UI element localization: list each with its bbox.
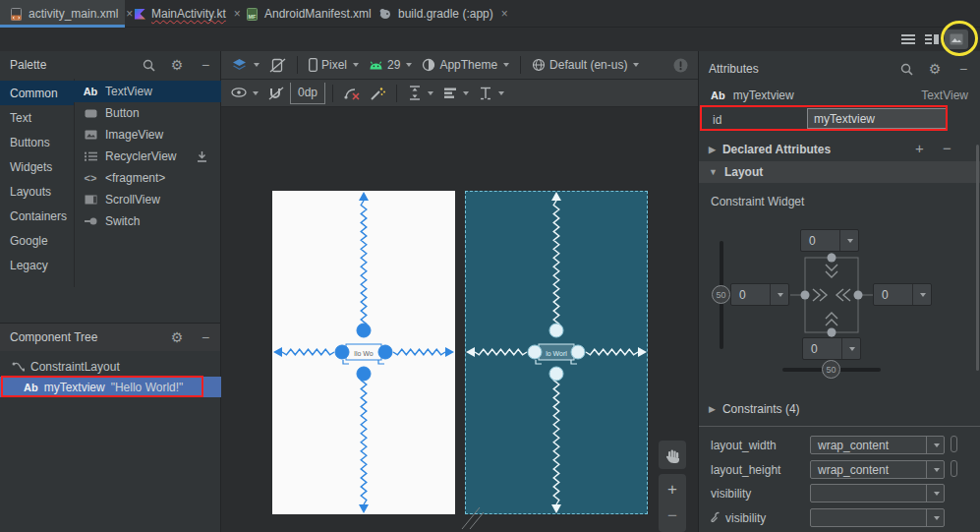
margin-bottom-combo[interactable]: 0 — [802, 337, 861, 360]
minimize-icon[interactable]: − — [195, 326, 216, 348]
add-attribute-button[interactable]: + — [915, 140, 924, 156]
guidelines-button[interactable] — [475, 83, 508, 104]
palette-item-recyclerview[interactable]: RecyclerView — [74, 146, 221, 167]
palette-item-switch[interactable]: Switch — [74, 210, 221, 232]
chevron-down-icon — [254, 63, 259, 67]
visibility-combo[interactable] — [810, 484, 945, 502]
palette-category-buttons[interactable]: Buttons — [0, 130, 74, 154]
layers-button[interactable] — [227, 54, 263, 76]
orientation-button[interactable] — [265, 54, 290, 76]
gear-icon[interactable]: ⚙ — [166, 326, 188, 348]
tab-androidmanifest-xml[interactable]: MF AndroidManifest.xml × — [236, 0, 369, 28]
panel-scrollbar[interactable] — [976, 145, 979, 371]
chevron-down-icon — [503, 63, 509, 67]
zoom-in-button[interactable]: + — [667, 480, 677, 500]
chevron-down-icon — [253, 91, 259, 95]
palette-category-text[interactable]: Text — [0, 105, 74, 130]
pan-button[interactable] — [659, 441, 686, 469]
palette-category-google[interactable]: Google — [0, 228, 74, 253]
default-margin-field[interactable]: 0dp — [290, 83, 325, 104]
id-input[interactable]: myTextview — [807, 108, 947, 129]
textview-widget[interactable] — [344, 342, 383, 361]
palette-item-scrollview[interactable]: ScrollView — [74, 189, 221, 210]
resize-handle[interactable] — [460, 505, 490, 531]
minimize-icon[interactable]: − — [195, 54, 216, 76]
search-icon[interactable] — [895, 58, 917, 80]
palette-item-imageview[interactable]: ImageView — [74, 124, 221, 146]
minimize-icon[interactable]: − — [952, 58, 974, 80]
chevron-down-icon — [847, 239, 853, 243]
section-layout-band[interactable]: ▼ Layout — [699, 161, 980, 183]
margin-top-combo[interactable]: 0 — [800, 229, 859, 252]
margin-left-value: 0 — [731, 288, 770, 302]
height-flag-icon[interactable] — [951, 460, 957, 477]
blueprint-preview-phone[interactable]: lo Worl — [465, 191, 648, 514]
tools-visibility-combo[interactable] — [810, 508, 945, 527]
palette-category-containers[interactable]: Containers — [0, 204, 74, 228]
toolbar-separator — [297, 56, 298, 74]
palette-item-fragment[interactable]: <> <fragment> — [74, 167, 221, 189]
close-icon[interactable]: × — [501, 7, 508, 21]
chevron-down-icon — [934, 468, 940, 472]
autoconnect-toggle[interactable] — [264, 83, 288, 104]
section-label: Declared Attributes — [722, 143, 831, 156]
design-toolbar-secondary: 0dp — [221, 80, 698, 107]
palette-category-layouts[interactable]: Layouts — [0, 179, 74, 204]
margin-left-combo[interactable]: 0 — [730, 283, 789, 306]
clear-constraints-button[interactable] — [340, 83, 364, 104]
design-toolbar-primary: Pixel 29 AppTheme Default (en-us) — [221, 51, 698, 80]
scrollview-icon — [83, 195, 98, 205]
chevron-right-icon: ▶ — [709, 404, 716, 414]
layout-width-combo[interactable]: wrap_content — [810, 436, 945, 454]
manifest-file-icon: MF — [246, 8, 259, 21]
code-view-button[interactable] — [896, 30, 920, 49]
api-selector[interactable]: 29 — [365, 54, 416, 76]
download-icon[interactable] — [197, 151, 207, 162]
palette-item-textview[interactable]: Ab TextView — [74, 81, 221, 102]
tab-activity-main-xml[interactable]: activity_main.xml × — [0, 0, 125, 28]
vertical-bias-knob[interactable]: 50 — [712, 285, 730, 304]
view-options-button[interactable] — [227, 83, 262, 104]
width-flag-icon[interactable] — [951, 436, 957, 452]
horizontal-bias-knob[interactable]: 50 — [822, 360, 840, 379]
tab-mainactivity-kt[interactable]: MainActivity.kt × — [125, 0, 236, 28]
gear-icon[interactable]: ⚙ — [924, 58, 946, 80]
palette-item-button[interactable]: Button — [74, 102, 221, 124]
gradle-icon — [378, 8, 392, 20]
layout-width-label: layout_width — [711, 439, 777, 452]
split-view-button[interactable] — [920, 30, 944, 49]
tab-build-gradle[interactable]: build.gradle (:app) × — [369, 0, 503, 28]
tree-item-text: "Hello World!" — [111, 381, 184, 394]
locale-selector[interactable]: Default (en-us) — [528, 54, 643, 76]
chevron-down-icon — [463, 91, 469, 95]
toolbar-separator — [332, 85, 333, 102]
section-constraints[interactable]: ▶ Constraints (4) — [709, 402, 800, 416]
palette-item-label: Switch — [105, 214, 140, 228]
palette-category-widgets[interactable]: Widgets — [0, 154, 74, 179]
tree-item-mytextview[interactable]: Ab myTextview "Hello World!" — [0, 377, 221, 397]
chevron-right-icon: ▶ — [709, 145, 716, 154]
palette-item-label: TextView — [105, 85, 152, 98]
zoom-out-button[interactable]: − — [667, 506, 677, 526]
remove-attribute-button[interactable]: − — [943, 140, 951, 156]
layout-height-combo[interactable]: wrap_content — [810, 460, 945, 479]
palette-title: Palette — [10, 58, 46, 72]
design-canvas[interactable]: llo Wo lo Worl + − — [221, 107, 698, 532]
infer-constraints-button[interactable] — [366, 83, 389, 104]
gear-icon[interactable]: ⚙ — [166, 54, 188, 76]
palette-category-legacy[interactable]: Legacy — [0, 253, 74, 277]
device-selector[interactable]: Pixel — [305, 54, 363, 76]
palette-category-common[interactable]: Common — [0, 81, 74, 105]
design-preview-phone[interactable]: llo Wo — [272, 191, 455, 514]
issues-button[interactable] — [669, 54, 692, 76]
section-declared-attributes[interactable]: ▶ Declared Attributes — [709, 143, 831, 156]
theme-selector[interactable]: AppTheme — [418, 54, 513, 76]
pack-button[interactable] — [404, 83, 437, 104]
tree-item-constraintlayout[interactable]: ConstraintLayout — [0, 356, 221, 377]
textview-widget[interactable] — [537, 342, 576, 361]
margin-right-combo[interactable]: 0 — [873, 283, 932, 306]
align-button[interactable] — [439, 83, 473, 104]
design-view-button[interactable] — [945, 30, 968, 49]
search-icon[interactable] — [138, 54, 159, 76]
tree-item-label: ConstraintLayout — [30, 360, 120, 374]
